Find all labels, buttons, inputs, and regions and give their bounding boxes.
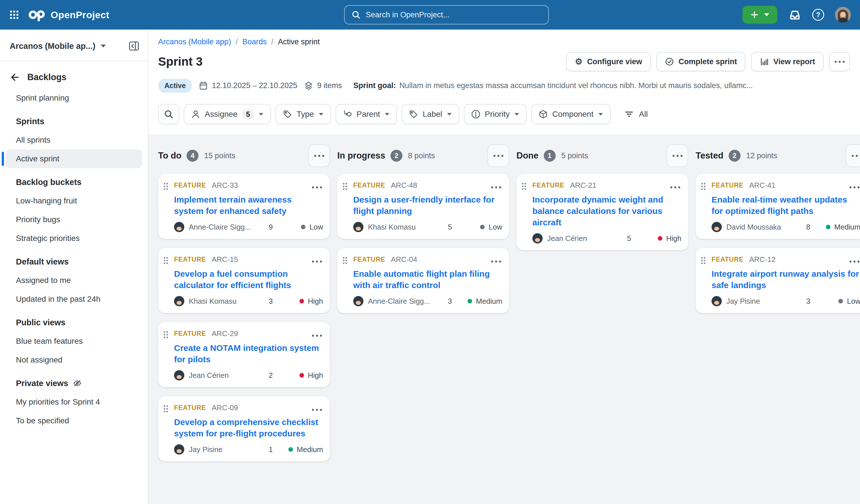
story-points: 3 [260,297,281,306]
sidebar-item-strategic-priorities[interactable]: Strategic priorities [6,229,142,248]
work-package-card[interactable]: FEATURE ARC-29 Create a NOTAM integratio… [158,322,330,387]
sidebar-item-to-be-specified[interactable]: To be specified [6,411,142,430]
work-package-title[interactable]: Incorporate dynamic weight and balance c… [532,194,682,228]
inbox-icon[interactable] [788,8,801,21]
work-package-title[interactable]: Enable automatic flight plan filing with… [353,268,502,291]
column-menu-button[interactable] [846,144,860,167]
card-menu-button[interactable] [491,254,501,265]
view-report-button[interactable]: View report [751,52,823,71]
drag-handle-icon[interactable] [342,182,347,190]
project-switcher[interactable]: Arcanos (Mobile ap...) [0,38,148,54]
sidebar-item-low-hanging-fruit[interactable]: Low-hanging fruit [6,192,142,210]
drag-handle-icon[interactable] [163,331,168,339]
drag-handle-icon[interactable] [701,256,706,265]
card-menu-button[interactable] [312,403,322,413]
filter-priority[interactable]: Priority [464,104,527,124]
column-title: Done [516,151,539,161]
work-package-type: FEATURE [353,256,385,263]
filter-type[interactable]: Type [276,104,331,124]
breadcrumb-boards-link[interactable]: Boards [242,38,267,46]
work-package-type: FEATURE [712,256,744,263]
column-menu-button[interactable] [666,144,688,167]
priority-badge: Medium [823,223,860,232]
collapse-sidebar-icon[interactable] [129,41,139,51]
plus-icon [750,11,759,19]
drag-handle-icon[interactable] [521,182,527,190]
create-button[interactable] [742,6,777,24]
configure-view-button[interactable]: ⚙ Configure view [566,52,650,71]
sidebar-item-sprint-planning[interactable]: Sprint planning [6,89,142,107]
work-package-title[interactable]: Implement terrain awareness system for e… [174,194,323,217]
assignee-avatar [712,222,722,232]
drag-handle-icon[interactable] [163,256,168,265]
apps-grid-icon[interactable] [9,10,19,20]
alert-octagon-icon [471,110,481,119]
sidebar-item-assigned-to-me[interactable]: Assigned to me [6,271,142,290]
work-package-title[interactable]: Create a NOTAM integration system for pi… [174,342,323,365]
drag-handle-icon[interactable] [342,256,347,265]
work-package-card[interactable]: FEATURE ARC-04 Enable automatic flight p… [337,248,509,313]
work-package-title[interactable]: Design a user-friendly interface for fli… [353,194,502,217]
column-menu-button[interactable] [487,144,509,167]
work-package-card[interactable]: FEATURE ARC-48 Design a user-friendly in… [337,174,509,239]
sidebar-item-not-assigned[interactable]: Not assigned [6,351,142,369]
breadcrumb-project-link[interactable]: Arcanos (Mobile app) [158,38,231,46]
priority-dot-icon [826,225,830,229]
priority-label: Medium [297,445,323,454]
openproject-logo[interactable]: OpenProject [28,8,110,21]
work-package-card[interactable]: FEATURE ARC-21 Incorporate dynamic weigh… [516,174,688,250]
drag-handle-icon[interactable] [163,405,168,413]
eye-off-icon [73,379,82,388]
sidebar-item-my-priorities-sprint-4[interactable]: My priorities for Sprint 4 [6,392,142,411]
assignee-name: David Moussaka [726,223,793,232]
tag-icon [409,110,418,119]
card-menu-button[interactable] [849,254,859,265]
more-icon [835,61,845,63]
sidebar-item-active-sprint[interactable]: Active sprint [6,149,142,168]
breadcrumb-separator: / [271,38,274,46]
work-package-card[interactable]: FEATURE ARC-15 Develop a fuel consumptio… [158,248,330,313]
priority-dot-icon [301,225,305,229]
back-arrow-icon[interactable] [10,72,19,82]
drag-handle-icon[interactable] [701,182,706,190]
work-package-title[interactable]: Integrate airport runway analysis for sa… [712,268,860,291]
priority-dot-icon [468,299,472,303]
sidebar: Arcanos (Mobile ap...) Backlogs Sprint [0,30,148,504]
filter-label[interactable]: Label [402,104,459,124]
filter-assignee[interactable]: Assignee 5 [184,104,271,124]
filter-search-button[interactable] [158,104,179,124]
work-package-title[interactable]: Enable real-time weather updates for opt… [712,194,860,217]
all-filters-toggle[interactable]: All [624,109,648,119]
chevron-down-icon [318,112,324,116]
card-menu-button[interactable] [491,180,501,191]
sidebar-item-priority-bugs[interactable]: Priority bugs [6,210,142,229]
work-package-id: ARC-41 [749,181,775,190]
drag-handle-icon[interactable] [163,182,168,190]
work-package-card[interactable]: FEATURE ARC-09 Develop a comprehensive c… [158,396,330,461]
column-menu-button[interactable] [308,144,330,167]
help-icon[interactable] [812,9,824,21]
work-package-card[interactable]: FEATURE ARC-33 Implement terrain awarene… [158,174,330,239]
user-avatar[interactable] [835,7,851,23]
card-menu-button[interactable] [312,180,322,191]
more-icon [491,261,501,263]
sidebar-item-blue-team-features[interactable]: Blue team features [6,332,142,351]
work-package-card[interactable]: FEATURE ARC-41 Enable real-time weather … [696,174,860,239]
sidebar-item-updated-past-24h[interactable]: Updated in the past 24h [6,290,142,309]
more-icon [314,155,324,157]
filter-component[interactable]: Component [531,104,611,124]
card-menu-button[interactable] [670,180,680,191]
story-points: 3 [798,297,818,306]
sidebar-item-all-sprints[interactable]: All sprints [6,131,142,149]
work-package-title[interactable]: Develop a comprehensive checklist system… [174,416,323,439]
card-menu-button[interactable] [312,328,322,339]
global-search-input[interactable]: Search in OpenProject... [344,5,549,25]
filter-parent[interactable]: Parent [335,104,397,124]
work-package-card[interactable]: FEATURE ARC-12 Integrate airport runway … [696,248,860,313]
card-menu-button[interactable] [849,180,859,191]
card-menu-button[interactable] [312,254,322,265]
column-title: Tested [696,151,723,161]
more-actions-button[interactable] [829,52,850,71]
complete-sprint-button[interactable]: Complete sprint [656,52,746,71]
work-package-title[interactable]: Develop a fuel consumption calculator fo… [174,268,323,291]
